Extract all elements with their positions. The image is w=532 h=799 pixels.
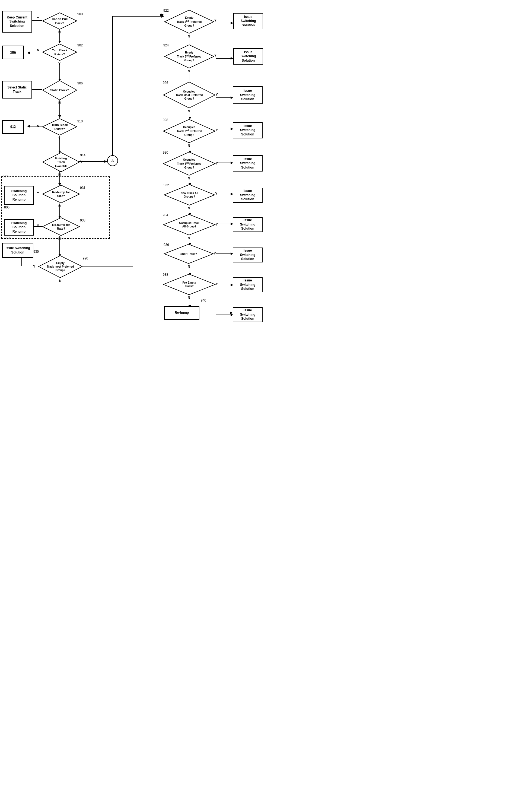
diamond-938: Pre-EmptyTrack? xyxy=(163,274,216,295)
svg-marker-37 xyxy=(231,22,233,24)
num-924: 924 xyxy=(163,43,169,47)
num-931: 931 xyxy=(80,186,86,190)
label-906-n: N xyxy=(58,101,61,105)
label-906-y: Y xyxy=(37,88,39,92)
num-938: 938 xyxy=(163,273,168,277)
label-928-y: Y xyxy=(216,128,218,132)
label-902-y: Y xyxy=(58,62,60,66)
label-914-y: Y xyxy=(80,160,82,163)
issue-switching-solution-935-box: Issue SwitchingSolution xyxy=(2,243,33,258)
svg-marker-83 xyxy=(160,14,163,16)
num-1108: 1108 xyxy=(4,236,12,240)
issue-ss-936-box: IssueSwitchingSolution xyxy=(233,247,263,262)
num-927: 927 xyxy=(3,175,8,179)
flowchart: Keep Current Switching Selection Car on … xyxy=(0,0,266,400)
num-940: 940 xyxy=(201,299,206,302)
num-806: 806 xyxy=(4,205,10,209)
issue-935-label: Issue SwitchingSolution xyxy=(5,246,30,255)
issue-ss-938-box: IssueSwitchingSolution xyxy=(233,277,263,292)
num-922: 922 xyxy=(163,9,169,13)
num-906: 906 xyxy=(77,81,83,85)
label-934-y: Y xyxy=(216,223,218,226)
issue-ss-940-box: IssueSwitchingSolution xyxy=(233,307,263,322)
label-926-y: Y xyxy=(216,93,218,97)
num-928: 928 xyxy=(163,118,168,122)
issue-ss-930-label: IssueSwitchingSolution xyxy=(240,157,255,170)
select-static-track-label: Select StaticTrack xyxy=(7,86,26,94)
rehump-940-label: Re-hump xyxy=(175,311,189,315)
num-932: 932 xyxy=(164,183,169,187)
diamond-932: New Track AllGroups? xyxy=(164,184,215,206)
num-935: 935 xyxy=(33,250,39,254)
label-931-y: Y xyxy=(37,191,39,195)
connector-a: A xyxy=(107,155,118,166)
diamond-906: Static Block? xyxy=(42,80,77,100)
label-932-n: N xyxy=(188,206,190,210)
diamond-902: Yard BlockExists? xyxy=(42,43,77,61)
diamond-922: EmptyTrack 2nd PreferredGroup? xyxy=(164,10,214,34)
label-936-n: N xyxy=(188,265,190,268)
diamond-920: EmptyTrack most PreferredGroup? xyxy=(38,255,83,278)
912-label: 912 xyxy=(10,125,16,129)
svg-marker-33 xyxy=(162,15,164,18)
ss-rehump-1108-label: SwitchingSolutionRehump xyxy=(12,221,27,234)
switching-solution-rehump-1108-box: SwitchingSolutionRehump xyxy=(4,219,34,236)
label-922-y: Y xyxy=(214,18,216,22)
diamond-936: Short Track? xyxy=(164,244,214,264)
svg-marker-17 xyxy=(104,160,107,163)
diamond-934: Occupied TrackAll Group? xyxy=(163,214,216,236)
issue-ss-940-label: IssueSwitchingSolution xyxy=(240,308,255,321)
issue-ss-934-label: IssueSwitchingSolution xyxy=(240,218,255,231)
label-922-n: N xyxy=(188,35,190,38)
svg-marker-13 xyxy=(27,125,30,128)
label-900-y: Y xyxy=(37,16,39,20)
issue-ss-932-box: IssueSwitchingSolution xyxy=(233,188,263,203)
label-928-n: N xyxy=(188,144,190,148)
issue-ss-924-box: IssueSwitchingSolution xyxy=(233,48,263,64)
label-914-n: N xyxy=(58,173,61,177)
box-904: 904 xyxy=(2,45,24,59)
904-label: 904 xyxy=(10,50,16,55)
svg-marker-41 xyxy=(231,57,233,60)
issue-ss-932-label: IssueSwitchingSolution xyxy=(240,189,255,202)
select-static-track-box: Select StaticTrack xyxy=(2,81,32,98)
label-910-y: Y xyxy=(58,136,60,140)
num-936: 936 xyxy=(164,243,169,247)
switching-solution-rehump-806-box: SwitchingSolutionRehump xyxy=(4,186,34,205)
diamond-928: OccupiedTrack 2nd PreferredGroup? xyxy=(163,119,216,143)
label-910-n: N xyxy=(37,124,39,128)
num-902: 902 xyxy=(77,43,83,47)
label-938-n: N xyxy=(188,296,190,300)
issue-ss-934-box: IssueSwitchingSolution xyxy=(233,217,263,232)
keep-current-label: Keep Current Switching Selection xyxy=(4,16,31,28)
diamond-924: EmptyTrack 3rd PreferredGroup? xyxy=(164,44,214,69)
issue-ss-928-box: IssueSwitchingSolution xyxy=(233,122,263,138)
svg-marker-1 xyxy=(58,41,61,43)
keep-current-switching-selection-box: Keep Current Switching Selection xyxy=(2,11,32,33)
issue-ss-922-box: IssueSwitchingSolution xyxy=(233,13,263,29)
svg-marker-85 xyxy=(162,14,164,16)
label-934-n: N xyxy=(188,236,190,240)
issue-ss-926-label: IssueSwitchingSolution xyxy=(240,89,255,101)
issue-ss-926-box: IssueSwitchingSolution xyxy=(233,86,263,104)
svg-marker-11 xyxy=(58,115,61,118)
issue-ss-922-label: IssueSwitchingSolution xyxy=(241,15,256,28)
label-924-n: N xyxy=(188,69,190,73)
issue-ss-936-label: IssueSwitchingSolution xyxy=(240,248,255,261)
issue-ss-930-box: IssueSwitchingSolution xyxy=(233,155,263,171)
label-930-y: Y xyxy=(216,162,218,165)
diamond-900: Car on PullBack? xyxy=(42,12,77,30)
label-931-n: N xyxy=(58,204,61,208)
label-902-n: N xyxy=(37,48,39,52)
diamond-910: Train BlockExists? xyxy=(42,118,77,136)
diamond-930: OccupiedTrack 3rd PreferredGroup? xyxy=(163,151,216,176)
label-920-y: Y xyxy=(33,265,35,268)
ss-rehump-806-label: SwitchingSolutionRehump xyxy=(12,189,27,202)
label-926-n: N xyxy=(188,109,190,113)
label-920-n: N xyxy=(59,279,62,283)
rehump-940-box: Re-hump xyxy=(164,306,200,320)
num-914: 914 xyxy=(80,153,86,157)
diamond-933: Re-hump forRate? xyxy=(42,217,80,236)
label-900-n: N xyxy=(58,31,61,34)
svg-marker-96 xyxy=(230,312,233,314)
